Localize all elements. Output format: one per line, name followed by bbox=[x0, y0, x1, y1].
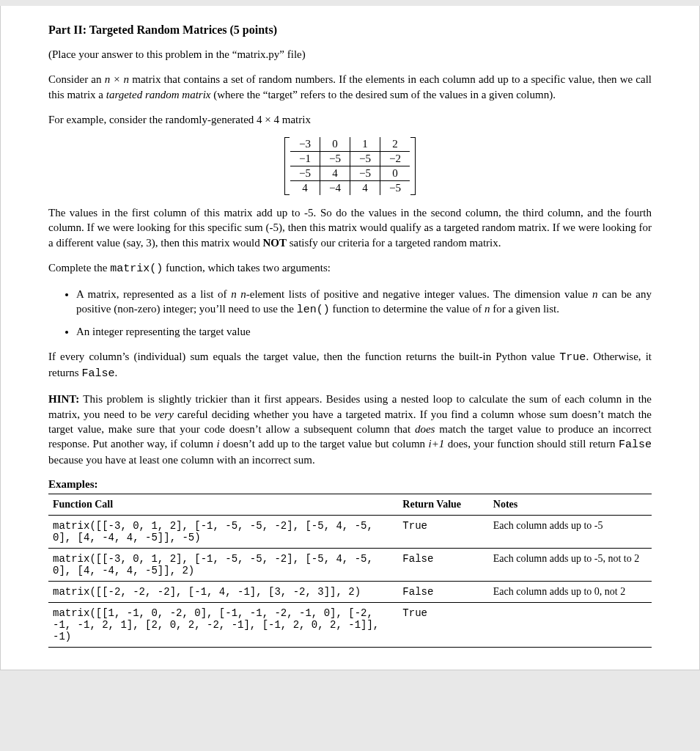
table-header-row: Function Call Return Value Notes bbox=[48, 494, 652, 515]
examples-heading: Examples: bbox=[48, 478, 652, 491]
matrix-cell: −5 bbox=[350, 152, 380, 166]
text: doesn’t add up to the target value but c… bbox=[220, 438, 429, 450]
matrix-cell: −4 bbox=[320, 181, 350, 196]
term-targeted-random-matrix: targeted random matrix bbox=[106, 89, 211, 100]
matrix-cell: 0 bbox=[320, 137, 350, 152]
cell-function-call: matrix([[-3, 0, 1, 2], [-1, -5, -5, -2],… bbox=[48, 548, 398, 581]
section-title: Part II: Targeted Random Matrices (5 poi… bbox=[48, 23, 652, 37]
dimension-nn: n n bbox=[231, 288, 246, 300]
text: Complete the bbox=[48, 262, 110, 274]
argument-list: A matrix, represented as a list of n n-e… bbox=[48, 287, 652, 339]
table-row: matrix([[-3, 0, 1, 2], [-1, -5, -5, -2],… bbox=[48, 515, 652, 548]
emphasis-not: NOT bbox=[262, 237, 287, 249]
text: function to determine the value of bbox=[330, 303, 485, 315]
list-item: An integer representing the target value bbox=[76, 324, 652, 339]
text: satisfy our criteria for a targeted rand… bbox=[287, 237, 501, 249]
matrix-display: −3 0 1 2 −1 −5 −5 −2 −5 4 −5 0 bbox=[48, 137, 652, 195]
matrix-cell: −2 bbox=[380, 152, 410, 166]
example-intro: For example, consider the randomly-gener… bbox=[48, 112, 652, 127]
dimension-expr: n × n bbox=[105, 73, 129, 85]
matrix-cell: 0 bbox=[380, 166, 410, 181]
return-paragraph: If every column’s (individual) sum equal… bbox=[48, 349, 652, 382]
cell-notes: Each column adds up to -5 bbox=[489, 515, 652, 548]
text: -element lists of positive and negative … bbox=[246, 288, 592, 300]
matrix-row: −3 0 1 2 bbox=[290, 137, 410, 152]
cell-function-call: matrix([[1, -1, 0, -2, 0], [-1, -1, -2, … bbox=[48, 602, 398, 647]
table-row: matrix([[1, -1, 0, -2, 0], [-1, -1, -2, … bbox=[48, 602, 652, 647]
matrix-cell: −1 bbox=[290, 152, 320, 166]
hint-label: HINT: bbox=[48, 393, 79, 405]
cell-function-call: matrix([[-3, 0, 1, 2], [-1, -5, -5, -2],… bbox=[48, 515, 398, 548]
list-item: A matrix, represented as a list of n n-e… bbox=[76, 287, 652, 318]
col-header-return-value: Return Value bbox=[398, 494, 488, 515]
matrix-row: −5 4 −5 0 bbox=[290, 166, 410, 181]
text: does, your function should still return bbox=[444, 438, 619, 450]
explanation-paragraph: The values in the first column of this m… bbox=[48, 205, 652, 250]
text: . bbox=[114, 367, 117, 378]
text: Consider an bbox=[48, 73, 105, 85]
matrix-cell: 1 bbox=[350, 137, 380, 152]
matrix-row: −1 −5 −5 −2 bbox=[290, 152, 410, 166]
code-true: True bbox=[559, 351, 586, 364]
document-page: Part II: Targeted Random Matrices (5 poi… bbox=[0, 6, 700, 670]
col-header-notes: Notes bbox=[489, 494, 652, 515]
cell-notes bbox=[489, 602, 652, 647]
text: function, which takes two arguments: bbox=[163, 262, 331, 274]
code-false: False bbox=[619, 439, 652, 451]
cell-return-value: True bbox=[398, 515, 488, 548]
code-len-fn: len() bbox=[297, 304, 330, 316]
text: If every column’s (individual) sum equal… bbox=[48, 351, 559, 362]
matrix-bracket: −3 0 1 2 −1 −5 −5 −2 −5 4 −5 0 bbox=[284, 137, 416, 195]
hint-paragraph: HINT: This problem is slightly trickier … bbox=[48, 392, 652, 467]
text: A matrix, represented as a list of bbox=[76, 288, 231, 300]
examples-table: Function Call Return Value Notes matrix(… bbox=[48, 494, 652, 648]
matrix-cell: 4 bbox=[350, 181, 380, 196]
matrix-cell: 2 bbox=[380, 137, 410, 152]
cell-return-value: False bbox=[398, 581, 488, 602]
cell-return-value: False bbox=[398, 548, 488, 581]
cell-return-value: True bbox=[398, 602, 488, 647]
matrix-cell: −5 bbox=[320, 152, 350, 166]
emphasis-very: very bbox=[155, 409, 174, 420]
cell-function-call: matrix([[-2, -2, -2], [-1, 4, -1], [3, -… bbox=[48, 581, 398, 602]
matrix-table: −3 0 1 2 −1 −5 −5 −2 −5 4 −5 0 bbox=[290, 137, 410, 195]
file-note: (Place your answer to this problem in th… bbox=[48, 47, 652, 62]
task-paragraph: Complete the matrix() function, which ta… bbox=[48, 260, 652, 276]
matrix-cell: 4 bbox=[320, 166, 350, 181]
matrix-cell: −5 bbox=[290, 166, 320, 181]
matrix-cell: −3 bbox=[290, 137, 320, 152]
cell-notes: Each column adds up to 0, not 2 bbox=[489, 581, 652, 602]
table-row: matrix([[-3, 0, 1, 2], [-1, -5, -5, -2],… bbox=[48, 548, 652, 581]
matrix-cell: −5 bbox=[350, 166, 380, 181]
table-row: matrix([[-2, -2, -2], [-1, 4, -1], [3, -… bbox=[48, 581, 652, 602]
text: because you have at least one column wit… bbox=[48, 454, 315, 466]
matrix-cell: 4 bbox=[290, 181, 320, 196]
col-header-function-call: Function Call bbox=[48, 494, 398, 515]
matrix-row: 4 −4 4 −5 bbox=[290, 181, 410, 196]
cell-notes: Each column adds up to -5, not to 2 bbox=[489, 548, 652, 581]
code-matrix-fn: matrix() bbox=[110, 263, 163, 275]
var-n: n bbox=[592, 288, 598, 300]
var-i-plus-1: i+1 bbox=[428, 438, 444, 450]
text: for a given list. bbox=[490, 303, 559, 315]
text: (where the “target” refers to the desire… bbox=[211, 89, 556, 100]
emphasis-does: does bbox=[415, 423, 435, 435]
intro-paragraph: Consider an n × n matrix that contains a… bbox=[48, 72, 652, 102]
code-false: False bbox=[81, 367, 114, 380]
matrix-cell: −5 bbox=[380, 181, 410, 196]
